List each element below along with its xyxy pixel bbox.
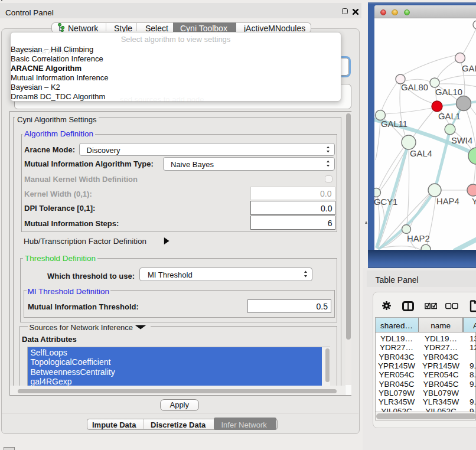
svg-text:GAL2: GAL2	[462, 64, 476, 73]
svg-text:GAL1: GAL1	[438, 112, 461, 121]
svg-text:SWI4: SWI4	[451, 136, 472, 145]
svg-text:GAL11: GAL11	[381, 119, 407, 129]
svg-text:GAL4: GAL4	[410, 149, 432, 158]
svg-text:HAP2: HAP2	[407, 234, 430, 243]
svg-text:YM: YM	[472, 197, 476, 206]
svg-text:HAP4: HAP4	[436, 197, 459, 206]
svg-text:GCY1: GCY1	[374, 197, 397, 207]
svg-text:GAL80: GAL80	[401, 83, 428, 92]
svg-text:GAL10: GAL10	[435, 87, 462, 97]
